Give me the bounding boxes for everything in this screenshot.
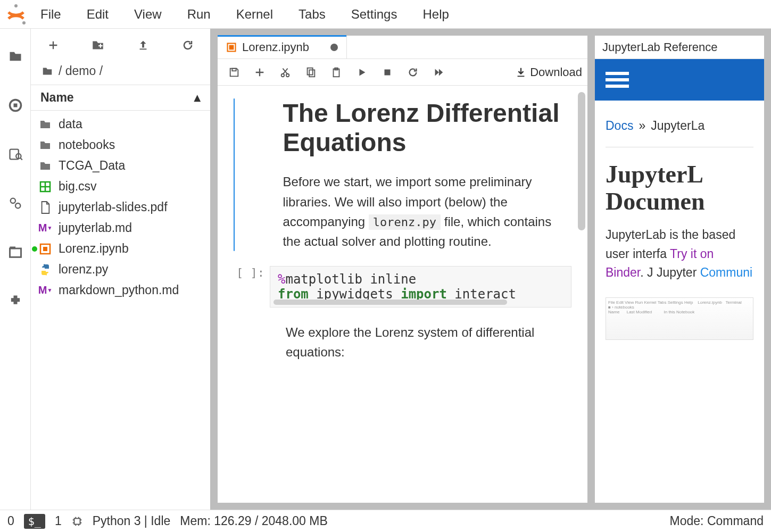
copy-button[interactable] — [300, 63, 322, 82]
activity-settings[interactable] — [7, 195, 24, 212]
cell-prompt: [ ]: — [234, 266, 270, 307]
unsaved-dot-icon — [330, 44, 338, 51]
notebook-body[interactable]: The Lorenz Differential Equations Before… — [218, 86, 587, 503]
new-launcher-button[interactable] — [46, 38, 61, 53]
activity-extensions[interactable] — [7, 293, 24, 310]
menu-settings[interactable]: Settings — [338, 7, 410, 22]
breadcrumb[interactable]: / demo / — [31, 62, 210, 85]
dock-panel: Lorenz.ipynb Download — [211, 29, 771, 510]
svg-rect-25 — [309, 70, 314, 77]
file-item-md[interactable]: M▼jupyterlab.md — [31, 218, 210, 238]
file-item-label: lorenz.py — [59, 262, 108, 277]
notebook-toolbar: Download — [218, 59, 587, 86]
save-button[interactable] — [223, 63, 245, 82]
file-item-py[interactable]: lorenz.py — [31, 259, 210, 280]
notebook-outro: We explore the Lorenz system of differen… — [286, 322, 571, 362]
cell-active-bar — [234, 98, 235, 251]
markdown-cell[interactable]: We explore the Lorenz system of differen… — [286, 322, 571, 362]
restart-button[interactable] — [402, 63, 424, 82]
download-label: Download — [530, 65, 582, 79]
svg-rect-28 — [385, 69, 391, 75]
refresh-button[interactable] — [180, 38, 195, 53]
sort-caret-icon: ▴ — [194, 90, 201, 105]
hamburger-icon[interactable] — [606, 69, 629, 91]
notebook-tab[interactable]: Lorenz.ipynb — [218, 36, 347, 59]
docs-tab[interactable]: JupyterLab Reference — [595, 36, 764, 59]
svg-rect-3 — [13, 104, 17, 107]
activity-tabs[interactable] — [7, 244, 24, 261]
svg-point-8 — [15, 203, 20, 208]
docs-home-link[interactable]: Docs — [606, 119, 633, 133]
file-item-folder[interactable]: data — [31, 114, 210, 135]
menu-kernel[interactable]: Kernel — [223, 7, 286, 22]
insert-cell-button[interactable] — [248, 63, 271, 82]
file-item-md[interactable]: M▼markdown_python.md — [31, 280, 210, 301]
activity-files[interactable] — [7, 48, 24, 65]
file-item-label: markdown_python.md — [59, 283, 179, 297]
divider — [606, 147, 753, 147]
breadcrumb-page: JupyterLa — [651, 119, 704, 133]
file-item-folder[interactable]: TCGA_Data — [31, 155, 210, 176]
file-item-label: Lorenz.ipynb — [59, 242, 129, 256]
file-list: data notebooks TCGA_Data big.csv jupyter… — [31, 111, 210, 304]
cut-button[interactable] — [274, 63, 296, 82]
new-folder-button[interactable] — [90, 38, 105, 53]
file-list-header[interactable]: Name ▴ — [31, 85, 210, 111]
docs-tab-label: JupyterLab Reference — [602, 40, 717, 54]
svg-rect-13 — [139, 48, 146, 49]
docs-thumbnail: File Edit View Run Kernel Tabs Settings … — [606, 297, 753, 340]
svg-rect-9 — [10, 248, 21, 257]
status-kernel[interactable]: Python 3 | Idle — [93, 514, 171, 528]
run-button[interactable] — [351, 63, 373, 82]
file-item-label: TCGA_Data — [59, 159, 125, 173]
h-scrollbar[interactable] — [273, 300, 507, 305]
menu-help[interactable]: Help — [410, 7, 461, 22]
name-column-label: Name — [40, 90, 74, 105]
docs-nav — [595, 59, 764, 101]
menu-file[interactable]: File — [28, 7, 74, 22]
menu-view[interactable]: View — [121, 7, 175, 22]
file-item-label: jupyterlab.md — [59, 221, 132, 235]
status-terminals[interactable]: 1 — [55, 514, 62, 528]
docs-breadcrumb: Docs » JupyterLa — [595, 101, 764, 139]
notebook-tabbar: Lorenz.ipynb — [218, 36, 587, 59]
svg-rect-29 — [518, 76, 525, 77]
file-item-pdf[interactable]: jupyterlab-slides.pdf — [31, 197, 210, 218]
notebook-intro: Before we start, we import some prelimin… — [283, 172, 571, 251]
breadcrumb-sep: » — [639, 119, 645, 133]
menu-edit[interactable]: Edit — [74, 7, 121, 22]
activity-bar — [0, 29, 31, 510]
upload-button[interactable] — [136, 38, 151, 53]
code-cell[interactable]: [ ]: %matplotlib inline from ipywidgets … — [234, 266, 571, 307]
stop-button[interactable] — [376, 63, 399, 82]
docs-body: JupyterLab is the based user interfa Try… — [595, 221, 764, 287]
status-mode[interactable]: Mode: Command — [670, 514, 764, 528]
activity-running[interactable] — [7, 97, 24, 114]
paste-button[interactable] — [325, 63, 347, 82]
docs-panel: JupyterLab Reference Docs » JupyterLa Ju… — [594, 35, 765, 503]
file-item-csv[interactable]: big.csv — [31, 176, 210, 197]
markdown-icon: M▼ — [38, 221, 52, 235]
file-item-label: notebooks — [59, 138, 115, 152]
svg-rect-18 — [43, 247, 47, 251]
svg-point-0 — [14, 4, 18, 7]
jupyter-logo[interactable] — [4, 3, 28, 26]
terminal-chip-icon[interactable]: $_ — [24, 514, 45, 529]
status-left-num[interactable]: 0 — [7, 514, 14, 528]
community-link[interactable]: Communi — [700, 265, 752, 279]
menu-tabs[interactable]: Tabs — [286, 7, 338, 22]
download-button[interactable]: Download — [515, 65, 582, 79]
code-input[interactable]: %matplotlib inline from ipywidgets impor… — [270, 266, 571, 307]
docs-title: JupyterLDocumen — [595, 155, 764, 221]
file-item-label: big.csv — [59, 179, 97, 194]
status-mem[interactable]: Mem: 126.29 / 2048.00 MB — [180, 514, 327, 528]
svg-line-6 — [20, 158, 22, 160]
file-item-notebook[interactable]: Lorenz.ipynb — [31, 238, 210, 259]
file-item-folder[interactable]: notebooks — [31, 135, 210, 155]
scrollbar[interactable] — [578, 92, 585, 230]
markdown-cell[interactable]: The Lorenz Differential Equations Before… — [234, 98, 571, 251]
restart-run-all-button[interactable] — [427, 63, 450, 82]
file-browser: / demo / Name ▴ data notebooks TCGA_Data… — [31, 29, 211, 510]
menu-run[interactable]: Run — [175, 7, 223, 22]
activity-inspector[interactable] — [7, 146, 24, 163]
